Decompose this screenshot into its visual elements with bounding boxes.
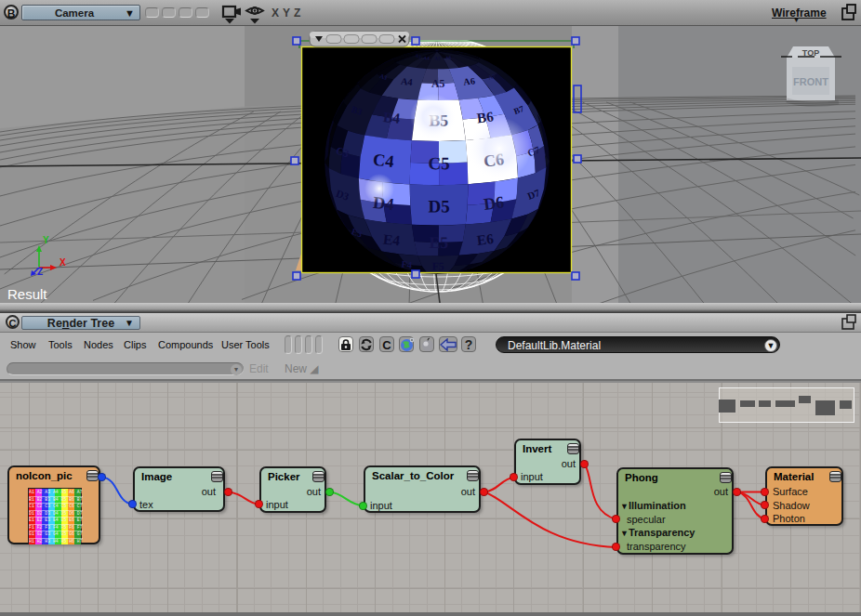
- svg-text:E4: E4: [382, 231, 401, 249]
- svg-text:A4: A4: [400, 76, 413, 87]
- svg-text:Z: Z: [37, 267, 43, 277]
- svg-text:FRONT: FRONT: [793, 76, 828, 87]
- svg-text:B4: B4: [382, 109, 401, 126]
- svg-text:E5: E5: [429, 233, 448, 252]
- svg-text:Y: Y: [43, 235, 49, 245]
- svg-text:A5: A5: [431, 77, 445, 90]
- svg-text:E6: E6: [476, 230, 495, 248]
- svg-text:D5: D5: [428, 196, 449, 216]
- svg-text:F5: F5: [432, 259, 444, 272]
- svg-text:F4: F4: [401, 259, 413, 270]
- svg-text:A6: A6: [445, 55, 452, 60]
- svg-text:D6: D6: [483, 192, 505, 214]
- svg-text:X: X: [60, 257, 66, 268]
- svg-text:A6: A6: [463, 75, 476, 86]
- svg-text:Result: Result: [7, 286, 47, 302]
- svg-text:A4: A4: [423, 56, 430, 61]
- svg-text:C4: C4: [372, 151, 395, 171]
- svg-text:A5: A5: [434, 57, 441, 61]
- svg-text:C5: C5: [428, 153, 449, 173]
